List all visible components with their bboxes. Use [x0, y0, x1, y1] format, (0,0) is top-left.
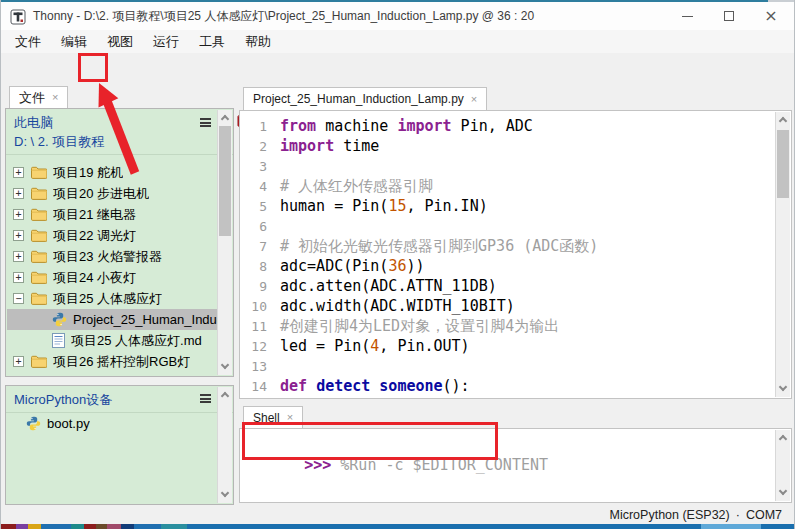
tab-close-icon[interactable]: ×	[52, 92, 58, 103]
code-line: 7# 初始化光敏光传感器引脚到GP36 (ADC函数)	[240, 236, 774, 256]
code-line: 11#创建引脚4为LED对象，设置引脚4为输出	[240, 316, 774, 336]
shell-scrollbar[interactable]	[775, 430, 790, 501]
code-line: 14def detect someone():	[240, 376, 774, 396]
scroll-down-icon[interactable]	[220, 361, 231, 373]
scroll-down-icon[interactable]	[778, 383, 789, 395]
code-line: 12led = Pin(4, Pin.OUT)	[240, 336, 774, 356]
minimize-button[interactable]	[666, 2, 708, 30]
device-item-label: boot.py	[47, 416, 90, 431]
tab-editor-file[interactable]: Project_25_Human_Induction_Lamp.py ×	[243, 87, 487, 110]
folder-icon	[31, 250, 47, 263]
thonny-logo-icon	[10, 9, 26, 29]
statusbar-port[interactable]: COM7	[746, 508, 782, 522]
line-number: 3	[240, 159, 280, 174]
line-number: 2	[240, 139, 280, 154]
window-title: Thonny - D:\2. 项目教程\项目25 人体感应灯\Project_2…	[33, 2, 534, 30]
statusbar: MicroPython (ESP32) · COM7	[1, 505, 795, 524]
maximize-button[interactable]	[708, 2, 750, 30]
window-controls: ×	[666, 2, 792, 30]
python-icon	[52, 312, 67, 327]
folder-icon	[31, 208, 47, 221]
scroll-down-icon[interactable]	[778, 487, 789, 499]
tab-close-icon[interactable]: ×	[471, 94, 477, 105]
tree-item-label: 项目24 小夜灯	[53, 269, 136, 287]
expand-icon[interactable]: +	[13, 167, 24, 178]
close-button[interactable]: ×	[750, 2, 792, 30]
tree-item-folder[interactable]: +项目22 调光灯	[7, 225, 217, 246]
statusbar-backend[interactable]: MicroPython (ESP32)	[610, 508, 730, 522]
expand-icon[interactable]: +	[13, 230, 24, 241]
files-panel-menu-icon[interactable]	[200, 118, 211, 127]
code-line: 4# 人体红外传感器引脚	[240, 176, 774, 196]
annotation-box-shell	[242, 422, 498, 460]
code-text: #创建引脚4为LED对象，设置引脚4为输出	[280, 317, 559, 336]
expand-icon[interactable]: +	[13, 209, 24, 220]
micropython-device-panel: MicroPython设备 boot.py	[5, 385, 234, 505]
expand-icon[interactable]: +	[13, 188, 24, 199]
line-number: 13	[240, 359, 280, 374]
code-line: 1from machine import Pin, ADC	[240, 116, 774, 136]
statusbar-separator: ·	[736, 508, 740, 522]
code-text: from machine import Pin, ADC	[280, 117, 533, 135]
line-number: 12	[240, 339, 280, 354]
device-panel-menu-icon[interactable]	[200, 394, 211, 403]
menu-item-5[interactable]: 帮助	[235, 31, 281, 53]
maximize-icon	[724, 11, 734, 21]
editor-scrollbar[interactable]	[775, 112, 790, 397]
line-number: 5	[240, 199, 280, 214]
code-editor[interactable]: 1from machine import Pin, ADC2import tim…	[239, 110, 792, 399]
code-line: 6	[240, 216, 774, 236]
scroll-up-icon[interactable]	[778, 432, 789, 444]
menu-item-4[interactable]: 工具	[189, 31, 235, 53]
expand-icon[interactable]: +	[13, 356, 24, 367]
line-number: 7	[240, 239, 280, 254]
device-scrollbar[interactable]	[217, 387, 232, 503]
tree-item-folder[interactable]: +项目20 步进电机	[7, 183, 217, 204]
scroll-up-icon[interactable]	[778, 114, 789, 126]
line-number: 11	[240, 319, 280, 334]
scrollbar-thumb[interactable]	[777, 130, 789, 198]
menu-item-1[interactable]: 编辑	[51, 31, 97, 53]
tree-item-folder[interactable]: −项目25 人体感应灯	[7, 288, 217, 309]
line-number: 8	[240, 259, 280, 274]
tree-item-folder[interactable]: +项目23 火焰警报器	[7, 246, 217, 267]
tree-item-label: 项目25 人体感应灯	[53, 290, 162, 308]
device-panel-title: MicroPython设备	[14, 390, 225, 409]
scroll-up-icon[interactable]	[220, 389, 231, 401]
device-item-file[interactable]: boot.py	[7, 413, 217, 434]
menu-item-3[interactable]: 运行	[143, 31, 189, 53]
tab-editor-label: Project_25_Human_Induction_Lamp.py	[253, 92, 464, 106]
minimize-icon	[682, 16, 693, 17]
expand-icon[interactable]: +	[13, 272, 24, 283]
annotation-arrow	[83, 81, 153, 176]
menu-item-2[interactable]: 视图	[97, 31, 143, 53]
code-line: 9adc.atten(ADC.ATTN_11DB)	[240, 276, 774, 296]
tab-files[interactable]: 文件 ×	[9, 86, 68, 108]
folder-icon	[31, 292, 47, 305]
scroll-up-icon[interactable]	[220, 112, 231, 124]
tree-item-file[interactable]: 项目25 人体感应灯.md	[7, 330, 217, 351]
tree-item-label: Project_25_Human_Inducti	[73, 312, 217, 327]
tree-item-folder[interactable]: +项目21 继电器	[7, 204, 217, 225]
code-line: 10adc.width(ADC.WIDTH_10BIT)	[240, 296, 774, 316]
folder-icon	[31, 271, 47, 284]
folder-icon	[31, 355, 47, 368]
files-scrollbar[interactable]	[217, 110, 232, 375]
code-line: 8adc=ADC(Pin(36))	[240, 256, 774, 276]
scroll-down-icon[interactable]	[220, 489, 231, 501]
menu-item-0[interactable]: 文件	[5, 31, 51, 53]
folder-icon	[31, 229, 47, 242]
tree-item-label: 项目20 步进电机	[53, 185, 149, 203]
device-tree: boot.py	[7, 413, 217, 434]
md-icon	[52, 333, 65, 348]
files-tree: +项目19 舵机+项目20 步进电机+项目21 继电器+项目22 调光灯+项目2…	[7, 162, 217, 372]
scrollbar-thumb[interactable]	[219, 126, 231, 236]
tree-item-folder[interactable]: +项目24 小夜灯	[7, 267, 217, 288]
tree-item-folder[interactable]: +项目26 摇杆控制RGB灯	[7, 351, 217, 372]
collapse-icon[interactable]: −	[13, 293, 24, 304]
tree-item-label: 项目21 继电器	[53, 206, 136, 224]
expand-icon[interactable]: +	[13, 251, 24, 262]
tree-item-file[interactable]: Project_25_Human_Inducti	[7, 309, 217, 330]
code-line: 5human = Pin(15, Pin.IN)	[240, 196, 774, 216]
code-line: 2import time	[240, 136, 774, 156]
